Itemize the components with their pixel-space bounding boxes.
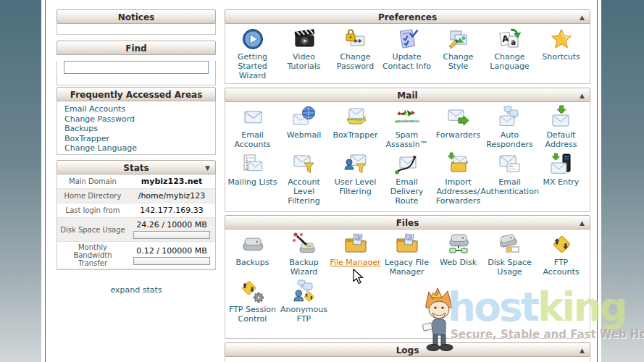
legacy-file-manager-icon[interactable] (395, 232, 419, 257)
app-item-account-level-filtering[interactable]: Account Level Filtering (278, 152, 330, 206)
app-item-label[interactable]: Web Disk (440, 258, 477, 267)
app-item-change-password[interactable]: **Change Password (330, 27, 381, 80)
app-item-default-address[interactable]: Default Address (535, 105, 587, 149)
app-item-label[interactable]: Account Level Filtering (278, 177, 330, 206)
email-authentication-icon[interactable] (498, 152, 522, 177)
app-item-shortcuts[interactable]: Shortcuts (535, 27, 587, 80)
anonymous-ftp-icon[interactable] (292, 279, 317, 304)
change-language-icon[interactable]: Aa (498, 27, 522, 51)
app-item-label[interactable]: Shortcuts (542, 52, 580, 62)
app-item-email-accounts[interactable]: Email Accounts (227, 105, 278, 149)
app-item-backups[interactable]: Backups (227, 232, 278, 277)
app-item-label[interactable]: Anonymous FTP (278, 305, 330, 324)
stats-collapse-arrow-icon[interactable]: ▼ (205, 161, 210, 175)
app-item-label[interactable]: Import Addresses/ Forwarders (432, 177, 484, 206)
backup-wizard-icon[interactable] (292, 232, 317, 257)
app-item-label[interactable]: Email Authentication (480, 177, 539, 196)
app-item-boxtrapper[interactable]: BoxTrapper (330, 105, 381, 149)
import-addresses-icon[interactable] (446, 152, 471, 177)
ftp-accounts-icon[interactable] (549, 232, 574, 257)
logs-collapse-arrow-icon[interactable]: ▲ (580, 343, 585, 358)
app-item-mailing-lists[interactable]: 1234Mailing Lists (227, 152, 278, 206)
default-address-icon[interactable] (549, 105, 574, 130)
shortcuts-icon[interactable] (549, 27, 574, 51)
account-level-filtering-icon[interactable] (292, 152, 317, 177)
backups-icon[interactable] (241, 232, 265, 257)
app-item-forwarders[interactable]: Forwarders (432, 105, 484, 149)
frequent-link-email-accounts[interactable]: Email Accounts (57, 104, 215, 114)
app-item-label[interactable]: Email Delivery Route (381, 177, 432, 206)
mail-collapse-arrow-icon[interactable]: ▲ (580, 88, 585, 103)
getting-started-wizard-icon[interactable] (241, 27, 265, 51)
app-item-label[interactable]: Update Contact Info (381, 52, 432, 71)
app-item-user-level-filtering[interactable]: User Level Filtering (330, 152, 381, 206)
frequent-link-boxtrapper[interactable]: BoxTrapper (57, 134, 215, 144)
update-contact-info-icon[interactable] (395, 27, 419, 51)
app-item-import-addresses-forwarders[interactable]: Import Addresses/ Forwarders (432, 152, 484, 206)
app-item-email-delivery-route[interactable]: Email Delivery Route (381, 152, 432, 206)
app-item-label[interactable]: Getting Started Wizard (227, 52, 278, 80)
app-item-update-contact-info[interactable]: Update Contact Info (381, 27, 432, 80)
boxtrapper-icon[interactable] (343, 105, 368, 130)
app-item-label[interactable]: MX Entry (543, 177, 580, 187)
spam-assassin-icon[interactable]: SpamAssassin (395, 105, 419, 130)
app-item-ftp-session-control[interactable]: FTP Session Control (227, 279, 278, 324)
app-item-label[interactable]: FTP Accounts (535, 258, 587, 277)
app-item-label[interactable]: User Level Filtering (330, 177, 381, 196)
frequent-link-change-password[interactable]: Change Password (57, 114, 215, 125)
app-item-label[interactable]: Email Accounts (227, 130, 278, 149)
app-item-label[interactable]: Auto Responders (484, 130, 535, 149)
ftp-session-control-icon[interactable] (241, 279, 265, 304)
video-tutorials-icon[interactable] (292, 27, 317, 51)
email-accounts-icon[interactable] (241, 105, 265, 130)
files-collapse-arrow-icon[interactable]: ▲ (580, 216, 585, 230)
app-item-disk-space-usage[interactable]: Disk Space Usage (484, 232, 535, 277)
app-item-label[interactable]: Video Tutorials (278, 52, 330, 71)
frequent-link-change-language[interactable]: Change Language (57, 143, 215, 153)
app-item-label[interactable]: Disk Space Usage (484, 258, 535, 277)
app-item-label[interactable]: Backups (235, 258, 269, 267)
forwarders-icon[interactable] (446, 105, 471, 130)
change-style-icon[interactable] (446, 27, 471, 51)
app-item-mx-entry[interactable]: MX Entry (535, 152, 587, 206)
app-item-label[interactable]: Webmail (287, 130, 322, 140)
expand-stats-link[interactable]: expand stats (110, 285, 162, 295)
disk-space-usage-icon[interactable] (498, 232, 522, 257)
app-item-label[interactable]: Default Address (535, 130, 587, 149)
app-item-spam-assassin[interactable]: SpamAssassinSpam Assassin™ (381, 105, 432, 149)
app-item-anonymous-ftp[interactable]: Anonymous FTP (278, 279, 330, 324)
app-item-label[interactable]: BoxTrapper (333, 130, 377, 140)
app-item-getting-started-wizard[interactable]: Getting Started Wizard (227, 27, 278, 80)
user-level-filtering-icon[interactable] (343, 152, 368, 177)
app-item-web-disk[interactable]: Web Disk (432, 232, 484, 277)
find-input[interactable] (64, 61, 209, 74)
app-item-label[interactable]: Legacy File Manager (381, 258, 432, 277)
app-item-video-tutorials[interactable]: Video Tutorials (278, 27, 330, 80)
app-item-ftp-accounts[interactable]: FTP Accounts (535, 232, 587, 277)
app-item-legacy-file-manager[interactable]: Legacy File Manager (381, 232, 432, 277)
app-item-label[interactable]: File Manager (330, 258, 380, 267)
web-disk-icon[interactable] (446, 232, 471, 257)
email-delivery-route-icon[interactable] (395, 152, 419, 177)
app-item-change-style[interactable]: Change Style (432, 27, 484, 80)
app-item-change-language[interactable]: AaChange Language (484, 27, 535, 80)
app-item-label[interactable]: Change Password (330, 52, 381, 71)
webmail-icon[interactable] (292, 105, 317, 130)
app-item-label[interactable]: Change Language (484, 52, 535, 71)
app-item-label[interactable]: Change Style (432, 52, 484, 71)
preferences-collapse-arrow-icon[interactable]: ▲ (580, 10, 585, 25)
app-item-webmail[interactable]: Webmail (278, 105, 330, 149)
mailing-lists-icon[interactable]: 1234 (241, 152, 265, 177)
app-item-auto-responders[interactable]: Auto Responders (484, 105, 535, 149)
app-item-label[interactable]: Backup Wizard (278, 258, 330, 277)
app-item-email-authentication[interactable]: Email Authentication (484, 152, 535, 206)
mx-entry-icon[interactable] (549, 152, 574, 177)
app-item-backup-wizard[interactable]: Backup Wizard (278, 232, 330, 277)
frequent-link-backups[interactable]: Backups (57, 124, 215, 134)
change-password-icon[interactable]: ** (343, 27, 368, 51)
app-item-label[interactable]: FTP Session Control (227, 305, 278, 324)
app-item-label[interactable]: Forwarders (436, 130, 480, 140)
auto-responders-icon[interactable] (498, 105, 522, 130)
app-item-label[interactable]: Mailing Lists (228, 177, 277, 187)
app-item-label[interactable]: Spam Assassin™ (381, 130, 432, 149)
